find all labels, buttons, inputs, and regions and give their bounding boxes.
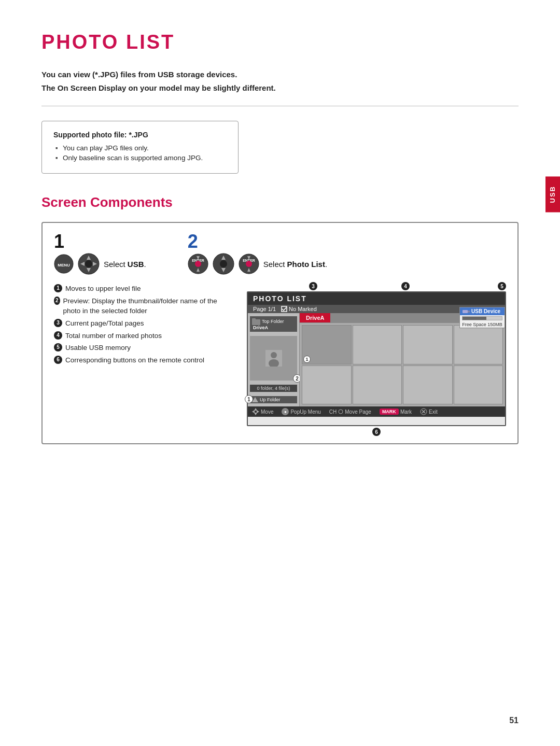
screen-header: PHOTO LIST	[248, 292, 505, 305]
enter-button-icon-2: ENTER	[239, 254, 259, 274]
popup-circle-icon: ●	[282, 408, 289, 415]
preview-area: 2	[250, 336, 297, 381]
top-folder-item: Top Folder DriveA	[250, 316, 297, 332]
step-1: 1 MENU	[54, 232, 146, 275]
menu-button-icon: MENU	[54, 254, 74, 274]
footer-popup: ● PopUp Menu	[282, 408, 320, 415]
svg-marker-33	[252, 410, 255, 413]
svg-marker-34	[257, 410, 259, 413]
numbered-list: 1 Moves to upper level file 2 Preview: D…	[54, 284, 236, 365]
list-item-4: 4 Total number of marked photos	[54, 331, 236, 341]
svg-rect-24	[252, 318, 256, 320]
list-item-1: 1 Moves to upper level file	[54, 284, 236, 294]
screen-footer: Move ● PopUp Menu CH Move Page	[248, 406, 505, 417]
ann-3: 3	[54, 319, 62, 327]
step-1-number: 1	[54, 232, 146, 251]
ann-callout-6: 6	[372, 428, 381, 436]
ann-2: 2	[54, 297, 60, 305]
info-box: Supported photo file: *.JPG You can play…	[41, 121, 239, 174]
step-2: 2 ENTER	[188, 232, 327, 275]
checkbox-icon	[281, 306, 287, 312]
footer-move: Move	[252, 408, 273, 415]
list-item-6: 6 Corresponding buttons on the remote co…	[54, 356, 236, 365]
ch-icon	[338, 409, 343, 414]
mark-badge: MARK	[380, 409, 399, 415]
exit-icon	[420, 408, 427, 415]
enter-button-icon-1: ENTER	[188, 254, 208, 274]
svg-rect-30	[468, 311, 470, 313]
folder-count: 0 folder, 4 file(s)	[250, 385, 297, 392]
svg-rect-29	[463, 310, 468, 313]
ann-callout-1-badge: 1	[245, 395, 253, 403]
ann-5: 5	[54, 343, 62, 351]
ann-callout-4: 4	[401, 282, 410, 290]
page-number: 51	[509, 716, 519, 725]
footer-exit: Exit	[420, 408, 438, 415]
list-item-3: 3 Current page/Total pages	[54, 319, 236, 329]
grid-cell-2	[353, 325, 402, 364]
grid-cell-6	[353, 365, 402, 405]
divider	[41, 106, 519, 106]
svg-point-26	[271, 352, 277, 358]
info-box-title: Supported photo file: *.JPG	[53, 131, 227, 139]
step-2-number: 2	[188, 232, 327, 251]
step-2-label: Select Photo List.	[263, 260, 327, 269]
screen-sidebar: Top Folder DriveA	[248, 313, 300, 406]
diagram-box: 1 MENU	[41, 222, 519, 444]
screen-mockup: PHOTO LIST Page 1/1 No Marked	[247, 291, 506, 426]
usb-badge: USB Device Free Space 150MB	[459, 307, 505, 328]
section-title: Screen Components	[41, 194, 519, 210]
page-info: Page 1/1	[253, 306, 276, 312]
svg-point-16	[220, 260, 227, 268]
folder-icon	[252, 318, 260, 325]
ann-callout-3: 3	[309, 282, 317, 290]
info-box-list: You can play JPG files only. Only baseli…	[53, 144, 227, 162]
footer-ch: CH Move Page	[329, 409, 371, 415]
svg-point-10	[195, 261, 201, 267]
svg-point-35	[339, 410, 343, 414]
up-folder-area: Up Folder 1	[250, 396, 297, 403]
list-item-2: 2 Preview: Display the thumbnail/folder …	[54, 297, 236, 316]
info-box-item-1: You can play JPG files only.	[55, 144, 227, 152]
ann-callout-5: 5	[498, 282, 506, 290]
grid-cell-1: 1	[302, 325, 352, 364]
nav-dial-icon-2	[213, 253, 234, 275]
person-placeholder-icon	[265, 350, 282, 367]
grid-cell-5	[302, 365, 352, 405]
info-box-item-2: Only baseline scan is supported among JP…	[55, 154, 227, 162]
grid-callout-1: 1	[303, 356, 311, 363]
grid-cell-4	[454, 325, 503, 364]
svg-point-19	[246, 261, 252, 267]
list-item-5: 5 Usable USB memory	[54, 343, 236, 353]
ann-1: 1	[54, 284, 62, 292]
move-arrows-icon	[252, 408, 259, 415]
ann-4: 4	[54, 331, 62, 340]
svg-point-7	[85, 260, 92, 268]
page-title: PHOTO LIST	[41, 31, 519, 53]
grid-cell-8	[454, 365, 503, 405]
ann-6: 6	[54, 356, 62, 364]
grid-cell-7	[403, 365, 453, 405]
step-1-label: Select USB.	[104, 260, 146, 269]
svg-text:MENU: MENU	[58, 263, 70, 268]
intro-text: You can view (*.JPG) files from USB stor…	[41, 68, 519, 94]
footer-mark: MARK Mark	[380, 409, 412, 415]
usb-icon	[463, 309, 470, 314]
active-folder-tab: DriveA	[300, 313, 330, 322]
grid-cell-3	[403, 325, 453, 364]
nav-dial-icon-1	[78, 253, 100, 275]
photo-grid: 1	[300, 323, 505, 406]
usb-tab: USB	[545, 176, 560, 212]
screen-body: Top Folder DriveA	[248, 313, 505, 406]
